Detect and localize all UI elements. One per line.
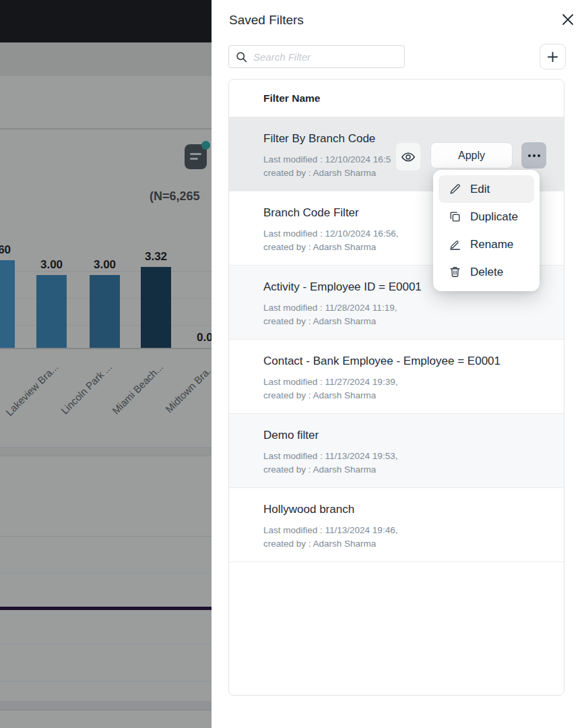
menu-item-delete[interactable]: Delete [439,258,534,286]
search-icon [236,51,247,63]
filter-modified: Last modified : 12/10/2024 16:5 [263,153,396,166]
bar-group: 3.00 [90,258,120,348]
filter-created-by: created by : Adarsh Sharma [263,537,564,551]
sample-size-label: (N=6,265 [150,189,200,204]
menu-item-duplicate[interactable]: Duplicate [439,203,534,231]
filter-modified: Last modified : 11/13/2024 19:53, [263,450,564,463]
filter-created-by: created by : Adarsh Sharma [263,389,564,402]
bar-group: 3.00 [36,258,67,348]
x-axis-tick-label: Lakeview Bra... [3,361,61,418]
search-input[interactable] [253,51,395,63]
menu-item-label: Delete [470,266,503,279]
screen: (N=6,265 3.60 3.00 3.00 3.32 0.00 Lakevi… [0,0,582,728]
filter-row[interactable]: Hollywood branch Last modified : 11/13/2… [229,488,564,562]
filter-modified: Last modified : 11/28/2024 11:19, [263,301,564,315]
x-axis-tick-label: Miami Beach... [110,361,165,416]
bar[interactable] [36,275,67,348]
more-options-button[interactable] [521,142,546,169]
x-axis-line [0,348,232,349]
list-lines-icon [190,153,201,155]
x-axis-tick-label: Lincoln Park ... [59,361,114,416]
trash-icon [448,266,461,279]
filter-created-by: created by : Adarsh Sharma [263,463,564,477]
filter-name: Hollywood branch [263,503,564,516]
panel-title: Saved Filters [229,13,304,28]
x-axis-tick-label: Midtown Bra... [163,361,217,415]
bar[interactable] [141,267,171,348]
bar-value-label: 3.00 [94,258,116,272]
bar-group: 3.32 [141,250,171,348]
close-icon[interactable] [559,11,577,28]
apply-button[interactable]: Apply [430,142,513,169]
filter-modified: Last modified : 11/27/2024 19:39, [263,375,564,389]
filter-name: Demo filter [263,429,564,442]
saved-filters-panel: Saved Filters Filter Name Filter By Bran… [212,0,582,728]
rename-icon [448,238,461,251]
filter-row[interactable]: Demo filter Last modified : 11/13/2024 1… [229,414,564,488]
bar-value-label: 3.32 [145,250,167,264]
filter-modified: Last modified : 11/13/2024 19:46, [263,524,564,537]
menu-item-label: Duplicate [470,210,518,224]
menu-item-rename[interactable]: Rename [439,231,534,258]
preview-eye-button[interactable] [395,142,421,171]
bar-value-label: 3.60 [0,243,11,257]
bar[interactable] [90,275,120,348]
menu-item-label: Rename [470,238,513,251]
copy-icon [448,210,461,224]
search-field [228,45,405,68]
filter-created-by: created by : Adarsh Sharma [263,315,564,328]
row-context-menu: Edit Duplicate Rename Delete [433,170,540,291]
bar-group: 3.60 [0,243,15,348]
bar-value-label: 3.00 [40,258,63,272]
bar[interactable] [0,260,15,348]
notification-dot [201,141,210,150]
bar-chart: 3.60 3.00 3.00 3.32 0.00 [0,229,232,349]
filter-name: Contact - Bank Employee - Employee = E00… [263,355,564,368]
menu-item-edit[interactable]: Edit [439,175,534,203]
add-filter-button[interactable] [540,44,566,69]
list-lines-icon [190,158,198,160]
table-header: Filter Name [229,80,564,117]
filter-row[interactable]: Contact - Bank Employee - Employee = E00… [229,340,564,414]
pencil-icon [448,183,461,196]
menu-item-label: Edit [470,183,490,196]
